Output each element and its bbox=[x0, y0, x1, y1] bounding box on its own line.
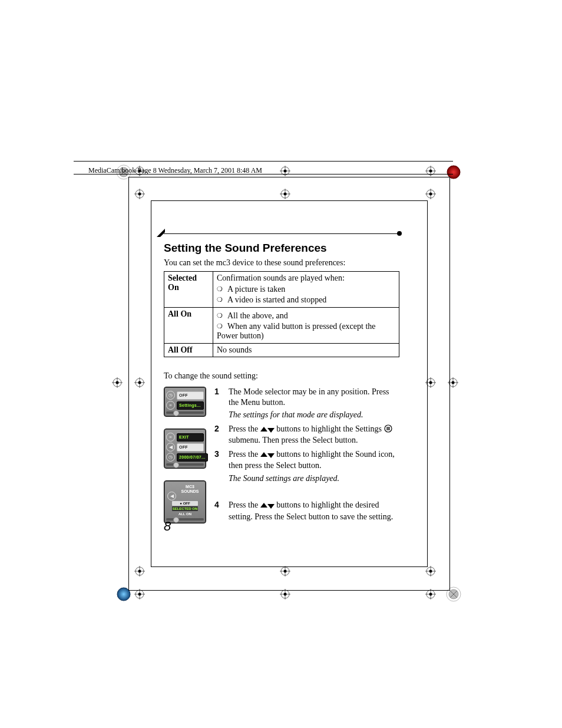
svg-point-31 bbox=[452, 381, 455, 384]
up-down-arrows-icon bbox=[260, 501, 275, 512]
menu-icon: ≡ bbox=[166, 401, 175, 410]
registration-mark-icon bbox=[425, 166, 436, 176]
svg-marker-81 bbox=[260, 452, 267, 457]
timer-icon: ◷ bbox=[166, 391, 175, 400]
up-down-arrows-icon bbox=[260, 425, 275, 436]
sound-icon: ◀ bbox=[166, 443, 175, 452]
step-2: 2 Press the buttons to highlight the Set… bbox=[214, 424, 399, 446]
lcd-option: SELECTED ON bbox=[172, 506, 198, 511]
lcd-value: OFF bbox=[177, 443, 204, 452]
menu-icon: ≡ bbox=[166, 433, 175, 442]
option-label: Selected On bbox=[164, 272, 213, 308]
option-desc-intro: Confirmation sounds are played when: bbox=[217, 274, 345, 282]
sound-options-table: Selected On Confirmation sounds are play… bbox=[164, 271, 399, 357]
step-text: Press the buttons to highlight the desir… bbox=[229, 500, 399, 522]
lcd-value: OFF bbox=[177, 391, 204, 400]
svg-point-3 bbox=[284, 170, 287, 173]
option-bullet: A video is started and stopped bbox=[217, 295, 395, 305]
step-1: 1 The Mode selector may be in any positi… bbox=[214, 387, 399, 420]
change-intro: To change the sound setting: bbox=[164, 371, 399, 381]
lcd-screenshot-1: ◷ OFF ≡ Settings... bbox=[164, 387, 206, 417]
option-bullet: A picture is taken bbox=[217, 284, 395, 295]
svg-marker-82 bbox=[267, 453, 275, 458]
svg-point-15 bbox=[284, 593, 287, 596]
option-label: All Off bbox=[164, 344, 213, 357]
step-number: 4 bbox=[214, 500, 223, 522]
clock-icon: ◷ bbox=[166, 453, 175, 462]
registration-mark-icon bbox=[280, 166, 290, 176]
step-result: The Sound settings are displayed. bbox=[229, 473, 399, 484]
lcd-screenshot-2: ≡ EXIT ◀ OFF ◷ 2000/07/07... bbox=[164, 429, 206, 469]
table-row: All On All the above, and When any valid… bbox=[164, 308, 399, 344]
lcd-scrollbar bbox=[166, 463, 204, 466]
step-text: Press the buttons to highlight the Setti… bbox=[229, 424, 399, 446]
svg-marker-83 bbox=[260, 503, 267, 508]
option-bullet: When any valid button is pressed (except… bbox=[217, 321, 395, 341]
option-description: No sounds bbox=[213, 344, 399, 357]
header-rule bbox=[74, 161, 453, 162]
table-row: Selected On Confirmation sounds are play… bbox=[164, 272, 399, 308]
intro-text: You can set the mc3 device to these soun… bbox=[164, 258, 399, 268]
registration-mark-icon bbox=[112, 377, 123, 388]
option-description: All the above, and When any valid button… bbox=[213, 308, 399, 344]
up-down-arrows-icon bbox=[260, 450, 275, 461]
svg-marker-76 bbox=[267, 428, 275, 433]
page-header-text: MediaCam.book Page 8 Wednesday, March 7,… bbox=[88, 166, 262, 175]
divider-dot-icon bbox=[397, 231, 402, 236]
step-text: The Mode selector may be in any position… bbox=[229, 387, 399, 407]
lcd-title: MC3 bbox=[166, 485, 204, 489]
step-result: The settings for that mode are displayed… bbox=[229, 410, 399, 420]
lcd-scrollbar bbox=[166, 518, 204, 521]
step-number: 2 bbox=[214, 424, 223, 446]
lcd-value: 2000/07/07... bbox=[177, 453, 208, 462]
svg-marker-74 bbox=[157, 229, 165, 237]
step-3: 3 Press the buttons to highlight the Sou… bbox=[214, 449, 399, 484]
step-4: 4 Press the buttons to highlight the des… bbox=[214, 500, 399, 522]
page-number: 8 bbox=[164, 519, 171, 534]
svg-point-43 bbox=[116, 381, 119, 384]
svg-point-47 bbox=[429, 170, 432, 173]
table-row: All Off No sounds bbox=[164, 344, 399, 357]
svg-marker-84 bbox=[267, 504, 275, 509]
section-divider bbox=[164, 230, 399, 237]
lcd-option: ALL ON bbox=[172, 512, 198, 516]
option-bullet: All the above, and bbox=[217, 311, 395, 321]
step-number: 3 bbox=[214, 449, 223, 484]
settings-menu-icon bbox=[384, 424, 392, 436]
option-description: Confirmation sounds are played when: A p… bbox=[213, 272, 399, 308]
svg-point-63 bbox=[138, 593, 141, 596]
lcd-scrollbar bbox=[166, 411, 204, 414]
lcd-value: EXIT bbox=[177, 433, 204, 442]
lcd-screenshot-3: ◀ MC3 SOUNDS ● OFF SELECTED ON ALL ON bbox=[164, 480, 206, 523]
option-label: All On bbox=[164, 308, 213, 344]
divider-arrow-icon bbox=[157, 229, 165, 237]
svg-point-55 bbox=[429, 593, 432, 596]
section-title: Setting the Sound Preferences bbox=[164, 242, 399, 255]
lcd-value: Settings... bbox=[177, 401, 204, 410]
page-content: Setting the Sound Preferences You can se… bbox=[164, 230, 399, 535]
lcd-option: ● OFF bbox=[172, 501, 198, 506]
step-number: 1 bbox=[214, 387, 223, 420]
step-text: Press the buttons to highlight the Sound… bbox=[229, 449, 399, 471]
sound-icon: ◀ bbox=[167, 492, 176, 500]
svg-marker-75 bbox=[260, 427, 267, 431]
